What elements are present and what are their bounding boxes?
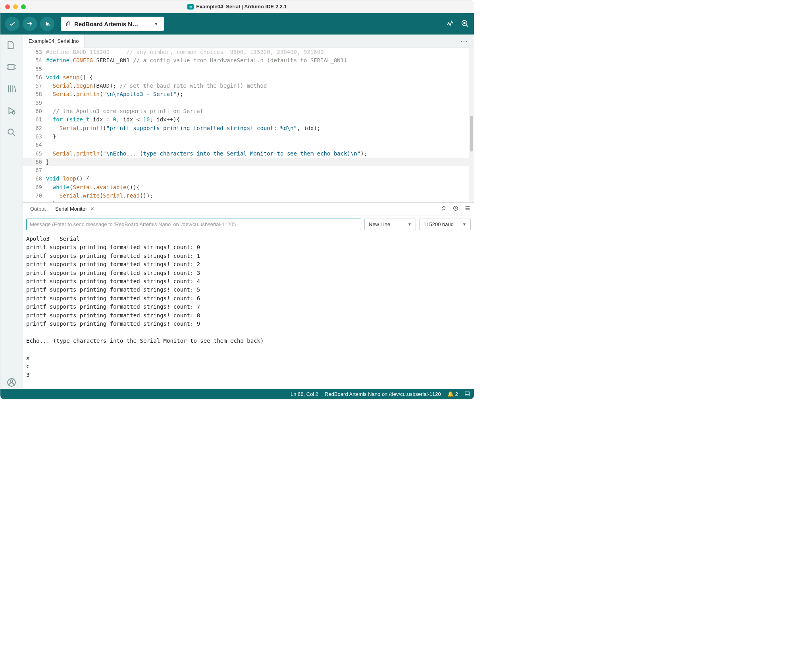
serial-monitor-tab[interactable]: Serial Monitor ✕ — [51, 204, 98, 214]
clear-output-icon[interactable] — [464, 205, 471, 213]
timestamp-toggle-icon[interactable] — [452, 205, 459, 213]
svg-rect-9 — [465, 392, 470, 396]
svg-point-7 — [10, 380, 13, 383]
cursor-position[interactable]: Ln 66, Col 2 — [291, 391, 318, 397]
minimize-window-button[interactable] — [13, 4, 18, 9]
serial-monitor-button[interactable] — [460, 19, 469, 29]
upload-button[interactable] — [23, 17, 37, 31]
board-selector[interactable]: ⎙ RedBoard Artemis N… ▼ — [61, 17, 164, 31]
code-editor[interactable]: 53545556575859606162636465666768697071 #… — [23, 48, 474, 202]
bottom-panel: Output Serial Monitor ✕ New Line ▼ — [23, 202, 474, 389]
file-tab[interactable]: Example04_Serial.ino — [23, 35, 85, 48]
usb-icon: ⎙ — [66, 20, 70, 27]
activity-bar — [0, 35, 23, 389]
svg-point-0 — [48, 24, 50, 26]
serial-controls: New Line ▼ 115200 baud ▼ — [23, 215, 474, 233]
notifications-button[interactable]: 🔔 2 — [447, 391, 458, 397]
code-area[interactable]: #define BAUD 115200 // any number, commo… — [46, 48, 469, 202]
bell-icon: 🔔 — [447, 391, 454, 397]
serial-input[interactable] — [26, 219, 361, 230]
notification-count: 2 — [455, 391, 458, 397]
maximize-window-button[interactable] — [21, 4, 26, 9]
search-icon[interactable] — [6, 127, 17, 139]
library-manager-icon[interactable] — [6, 84, 17, 95]
baud-rate-select[interactable]: 115200 baud ▼ — [419, 219, 471, 230]
collapse-panel-icon[interactable] — [441, 205, 447, 213]
close-panel-button[interactable] — [464, 391, 470, 397]
scrollbar-thumb[interactable] — [470, 116, 473, 152]
boards-manager-icon[interactable] — [6, 62, 17, 73]
bottom-panel-tabs: Output Serial Monitor ✕ — [23, 203, 474, 215]
close-icon[interactable]: ✕ — [90, 206, 94, 212]
serial-monitor-tab-label: Serial Monitor — [55, 206, 87, 212]
svg-rect-3 — [8, 65, 14, 70]
verify-button[interactable] — [5, 17, 19, 31]
close-window-button[interactable] — [5, 4, 10, 9]
window-title: ∞ Example04_Serial | Arduino IDE 2.2.1 — [0, 4, 474, 10]
main-toolbar: ⎙ RedBoard Artemis N… ▼ — [0, 13, 474, 35]
editor-tabs: Example04_Serial.ino ⋯ — [23, 35, 474, 48]
chevron-down-icon: ▼ — [408, 222, 412, 227]
account-icon[interactable] — [6, 377, 17, 389]
chevron-down-icon: ▼ — [462, 222, 466, 227]
editor-scrollbar[interactable] — [469, 48, 474, 202]
serial-plotter-button[interactable] — [446, 19, 455, 29]
debug-button[interactable] — [40, 17, 54, 31]
svg-point-4 — [12, 111, 15, 114]
line-ending-label: New Line — [369, 221, 390, 227]
board-port-status[interactable]: RedBoard Artemis Nano on /dev/cu.usbseri… — [325, 391, 441, 397]
baud-rate-label: 115200 baud — [424, 221, 454, 227]
status-bar: Ln 66, Col 2 RedBoard Artemis Nano on /d… — [0, 389, 474, 399]
tab-overflow-button[interactable]: ⋯ — [455, 35, 474, 48]
arduino-logo-icon: ∞ — [187, 4, 194, 10]
svg-point-5 — [8, 129, 13, 134]
line-number-gutter: 53545556575859606162636465666768697071 — [23, 48, 46, 202]
window-title-text: Example04_Serial | Arduino IDE 2.2.1 — [196, 4, 287, 10]
debug-icon[interactable] — [6, 106, 17, 117]
titlebar: ∞ Example04_Serial | Arduino IDE 2.2.1 — [0, 0, 474, 13]
board-selector-label: RedBoard Artemis N… — [74, 21, 150, 27]
window-controls — [5, 4, 26, 9]
output-tab-label: Output — [30, 206, 46, 212]
sketchbook-icon[interactable] — [6, 40, 17, 52]
line-ending-select[interactable]: New Line ▼ — [364, 219, 416, 230]
output-tab[interactable]: Output — [26, 204, 50, 214]
chevron-down-icon: ▼ — [154, 21, 158, 26]
svg-point-2 — [464, 22, 465, 24]
serial-output[interactable]: Apollo3 - Serial printf supports printin… — [23, 233, 474, 389]
file-tab-label: Example04_Serial.ino — [29, 38, 79, 44]
